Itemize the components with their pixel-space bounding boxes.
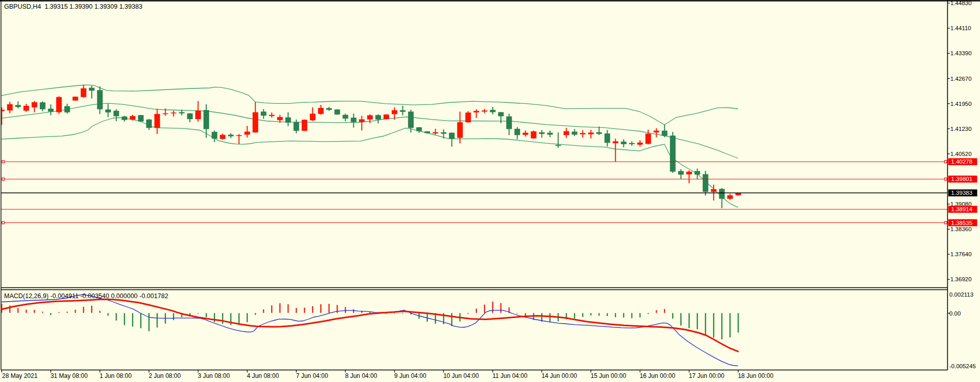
svg-text:16 Jun 00:00: 16 Jun 00:00 <box>640 372 676 379</box>
svg-text:1.40278: 1.40278 <box>951 159 973 165</box>
svg-text:1 Jun 08:00: 1 Jun 08:00 <box>100 372 132 379</box>
svg-text:-0.005245: -0.005245 <box>949 363 976 369</box>
svg-text:1.41950: 1.41950 <box>950 101 972 107</box>
svg-text:1.40520: 1.40520 <box>950 151 972 157</box>
svg-text:7 Jun 04:00: 7 Jun 04:00 <box>296 372 328 379</box>
svg-text:3 Jun 08:00: 3 Jun 08:00 <box>198 372 230 379</box>
svg-text:14 Jun 00:00: 14 Jun 00:00 <box>542 372 577 379</box>
svg-text:1.42670: 1.42670 <box>950 76 972 82</box>
svg-text:9 Jun 04:00: 9 Jun 04:00 <box>394 372 427 379</box>
svg-text:1.43390: 1.43390 <box>950 50 972 56</box>
svg-text:1.39801: 1.39801 <box>951 176 973 182</box>
svg-text:31 May 08:00: 31 May 08:00 <box>51 372 88 379</box>
svg-text:17 Jun 00:00: 17 Jun 00:00 <box>689 372 725 379</box>
svg-text:2 Jun 08:00: 2 Jun 08:00 <box>149 372 181 379</box>
svg-text:0.002113: 0.002113 <box>949 291 973 298</box>
svg-text:10 Jun 04:00: 10 Jun 04:00 <box>443 372 479 379</box>
svg-text:28 May 2021: 28 May 2021 <box>2 372 38 379</box>
svg-text:1.38914: 1.38914 <box>951 206 973 212</box>
svg-text:1.37640: 1.37640 <box>950 251 972 257</box>
svg-text:0.00: 0.00 <box>949 310 961 317</box>
svg-text:1.39383: 1.39383 <box>951 190 973 196</box>
svg-text:1.44830: 1.44830 <box>950 0 972 6</box>
svg-text:1.38535: 1.38535 <box>951 220 973 226</box>
svg-text:MACD(12,26,9) -0.004911 -0.003: MACD(12,26,9) -0.004911 -0.003540 0.0000… <box>4 293 168 300</box>
svg-text:11 Jun 04:00: 11 Jun 04:00 <box>493 372 528 379</box>
svg-text:18 Jun 00:00: 18 Jun 00:00 <box>738 372 774 379</box>
svg-text:1.38360: 1.38360 <box>950 226 972 232</box>
svg-text:4 Jun 08:00: 4 Jun 08:00 <box>247 372 279 379</box>
svg-text:1.41230: 1.41230 <box>950 126 972 132</box>
svg-text:1.44110: 1.44110 <box>950 25 971 31</box>
svg-text:GBPUSD,H4 1.39315 1.39390 1.3: GBPUSD,H4 1.39315 1.39390 1.39309 1.3938… <box>4 3 142 10</box>
svg-text:1.36920: 1.36920 <box>950 276 972 282</box>
svg-text:15 Jun 00:00: 15 Jun 00:00 <box>591 372 627 379</box>
svg-text:8 Jun 04:00: 8 Jun 04:00 <box>345 372 377 379</box>
